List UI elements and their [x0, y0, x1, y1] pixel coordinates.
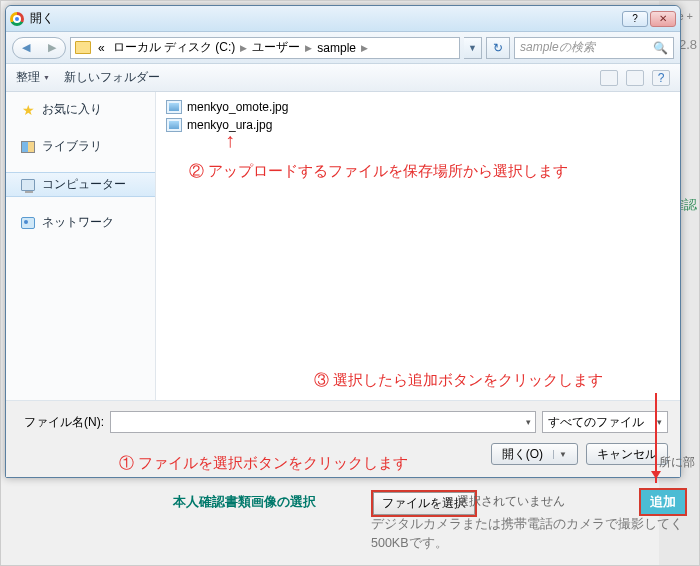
annotation-step2: ② アップロードするファイルを保存場所から選択します	[189, 162, 568, 181]
image-file-icon	[166, 100, 182, 114]
back-icon[interactable]: ◀	[22, 41, 30, 54]
breadcrumb-prefix: «	[95, 41, 108, 55]
nav-network[interactable]: ネットワーク	[6, 211, 155, 234]
breadcrumb-item[interactable]: ユーザー	[249, 39, 303, 56]
cancel-label: キャンセル	[597, 446, 657, 463]
folder-icon	[75, 41, 91, 54]
chrome-icon	[10, 12, 24, 26]
desc-line: デジタルカメラまたは携帯電話のカメラで撮影してく	[371, 517, 683, 531]
open-file-dialog: 開く ? ✕ ◀ ▶ « ローカル ディスク (C:) ▶ ユーザー ▶ sam…	[5, 5, 681, 478]
open-split-icon[interactable]: ▼	[553, 450, 567, 459]
chevron-down-icon: ▼	[43, 74, 50, 81]
network-icon	[20, 215, 36, 231]
address-bar: ◀ ▶ « ローカル ディスク (C:) ▶ ユーザー ▶ sample ▶ ▼…	[6, 32, 680, 64]
partial-text: 所に部	[659, 454, 695, 471]
nav-label: コンピューター	[42, 176, 126, 193]
nav-libraries[interactable]: ライブラリ	[6, 135, 155, 158]
breadcrumb-item[interactable]: sample	[314, 41, 359, 55]
path-dropdown[interactable]: ▼	[464, 37, 482, 59]
filename-input[interactable]: ▾	[110, 411, 536, 433]
arrow-down-icon	[655, 393, 657, 483]
star-icon: ★	[20, 102, 36, 118]
add-button[interactable]: 追加	[639, 488, 687, 516]
chevron-right-icon[interactable]: ▶	[361, 43, 368, 53]
description-text: デジタルカメラまたは携帯電話のカメラで撮影してく 500KBです。	[371, 515, 695, 553]
organize-label: 整理	[16, 69, 40, 86]
forward-icon: ▶	[48, 41, 56, 54]
search-placeholder: sampleの検索	[520, 39, 595, 56]
help-icon[interactable]: ?	[652, 70, 670, 86]
refresh-button[interactable]: ↻	[486, 37, 510, 59]
nav-label: ライブラリ	[42, 138, 102, 155]
file-type-filter[interactable]: すべてのファイル ▾	[542, 411, 668, 433]
new-folder-label: 新しいフォルダー	[64, 69, 160, 86]
title-bar[interactable]: 開く ? ✕	[6, 6, 680, 32]
open-label: 開く(O)	[502, 446, 543, 463]
library-icon	[20, 139, 36, 155]
breadcrumb-path[interactable]: « ローカル ディスク (C:) ▶ ユーザー ▶ sample ▶	[70, 37, 460, 59]
navigation-pane: ★ お気に入り ライブラリ コンピューター ネットワーク	[6, 92, 156, 400]
nav-back-forward[interactable]: ◀ ▶	[12, 37, 66, 59]
close-button[interactable]: ✕	[650, 11, 676, 27]
nav-favorites[interactable]: ★ お気に入り	[6, 98, 155, 121]
annotation-step1: ① ファイルを選択ボタンをクリックします	[119, 454, 408, 473]
chevron-right-icon[interactable]: ▶	[240, 43, 247, 53]
help-button[interactable]: ?	[622, 11, 648, 27]
search-icon[interactable]: 🔍	[653, 41, 668, 55]
breadcrumb-item[interactable]: ローカル ディスク (C:)	[110, 39, 239, 56]
toolbar: 整理 ▼ 新しいフォルダー ?	[6, 64, 680, 92]
desc-line: 500KBです。	[371, 536, 448, 550]
chevron-right-icon[interactable]: ▶	[305, 43, 312, 53]
nav-label: ネットワーク	[42, 214, 114, 231]
new-folder-button[interactable]: 新しいフォルダー	[64, 69, 160, 86]
preview-pane-icon[interactable]	[626, 70, 644, 86]
filter-label: すべてのファイル	[548, 414, 644, 431]
organize-menu[interactable]: 整理 ▼	[16, 69, 50, 86]
arrow-up-icon: ↑	[225, 129, 235, 152]
filename-label: ファイル名(N):	[18, 414, 104, 431]
section-label: 本人確認書類画像の選択	[173, 493, 316, 511]
nav-computer[interactable]: コンピューター	[6, 172, 155, 197]
search-input[interactable]: sampleの検索 🔍	[514, 37, 674, 59]
nav-label: お気に入り	[42, 101, 102, 118]
open-button[interactable]: 開く(O) ▼	[491, 443, 578, 465]
file-name: menkyo_omote.jpg	[187, 100, 288, 114]
file-item[interactable]: menkyo_ura.jpg	[166, 116, 670, 134]
view-options-icon[interactable]	[600, 70, 618, 86]
file-item[interactable]: menkyo_omote.jpg	[166, 98, 670, 116]
file-status-text: 選択されていません	[457, 494, 565, 509]
dialog-title: 開く	[30, 10, 622, 27]
chevron-down-icon: ▾	[657, 417, 662, 427]
annotation-step3: ③ 選択したら追加ボタンをクリックします	[314, 371, 603, 390]
image-file-icon	[166, 118, 182, 132]
computer-icon	[20, 177, 36, 193]
